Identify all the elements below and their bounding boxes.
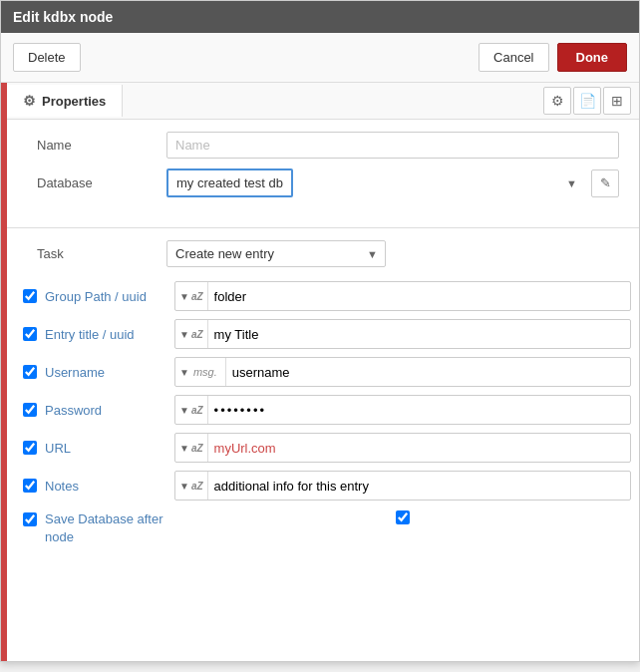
field-rows: Group Path / uuid▼aZEntry title / uuid▼a… — [7, 281, 639, 501]
field-checkbox-entry-title[interactable] — [23, 327, 37, 341]
database-row: Database my created test db ▼ ✎ — [27, 168, 619, 197]
save-database-row: Save Database after node — [7, 510, 639, 546]
tab-properties[interactable]: ⚙ Properties — [7, 85, 123, 117]
field-value-entry-title: ▼aZ — [174, 319, 631, 349]
field-value-password: ▼aZ — [174, 395, 631, 425]
field-input-wrapper-notes: ▼aZ — [174, 471, 631, 501]
name-label: Name — [27, 138, 166, 153]
task-select[interactable]: Create new entry — [166, 240, 386, 267]
main-content: ⚙ Properties ⚙ 📄 ⊞ Name — [7, 83, 639, 661]
field-row-notes: Notes▼aZ — [7, 471, 639, 501]
az-type-icon: aZ — [191, 405, 203, 416]
done-button[interactable]: Done — [557, 43, 628, 72]
delete-button[interactable]: Delete — [13, 43, 81, 72]
field-type-toggle-url[interactable]: ▼aZ — [175, 434, 208, 462]
field-type-toggle-password[interactable]: ▼aZ — [175, 396, 208, 424]
field-label-notes: Notes — [45, 479, 174, 494]
main-window: Edit kdbx node Delete Cancel Done ⚙ Prop… — [0, 0, 640, 662]
database-control: my created test db ▼ ✎ — [166, 168, 619, 197]
field-type-toggle-entry-title[interactable]: ▼aZ — [175, 320, 208, 348]
field-value-username: ▼msg. — [174, 357, 631, 387]
tab-header: ⚙ Properties ⚙ 📄 ⊞ — [7, 83, 639, 120]
az-type-icon: aZ — [191, 443, 203, 454]
field-row-username: Username▼msg. — [7, 357, 639, 387]
field-row-entry-title: Entry title / uuid▼aZ — [7, 319, 639, 349]
field-input-wrapper-url: ▼aZ — [174, 433, 631, 463]
save-database-value — [174, 510, 631, 524]
tab-label: Properties — [42, 94, 106, 109]
section-divider — [7, 227, 639, 228]
field-checkbox-username[interactable] — [23, 365, 37, 379]
field-text-input-group-path[interactable] — [208, 285, 630, 308]
field-checkbox-password[interactable] — [23, 403, 37, 417]
chevron-icon: ▼ — [179, 405, 189, 416]
settings-tab-icon: ⚙ — [23, 93, 36, 109]
database-select-arrow: ▼ — [566, 177, 577, 189]
field-value-notes: ▼aZ — [174, 471, 631, 501]
field-text-input-password[interactable] — [208, 399, 630, 422]
name-control — [166, 132, 619, 159]
field-type-toggle-notes[interactable]: ▼aZ — [175, 472, 208, 500]
document-icon-btn[interactable]: 📄 — [573, 87, 601, 115]
field-text-input-url[interactable] — [208, 437, 630, 460]
toolbar: Delete Cancel Done — [1, 33, 639, 83]
field-text-input-notes[interactable] — [208, 475, 630, 498]
field-input-wrapper-username: ▼msg. — [174, 357, 631, 387]
field-row-group-path: Group Path / uuid▼aZ — [7, 281, 639, 311]
field-label-entry-title: Entry title / uuid — [45, 327, 174, 342]
content-area: ⚙ Properties ⚙ 📄 ⊞ Name — [1, 83, 639, 661]
title-bar: Edit kdbx node — [1, 1, 639, 33]
field-checkbox-notes[interactable] — [23, 479, 37, 493]
tab-icon-group: ⚙ 📄 ⊞ — [535, 83, 639, 119]
field-row-password: Password▼aZ — [7, 395, 639, 425]
cancel-button[interactable]: Cancel — [479, 43, 548, 72]
chevron-icon: ▼ — [179, 291, 189, 302]
field-label-url: URL — [45, 441, 174, 456]
field-text-input-username[interactable] — [226, 361, 630, 384]
toolbar-right: Cancel Done — [479, 43, 627, 72]
task-label: Task — [27, 246, 166, 261]
database-select[interactable]: my created test db — [166, 168, 293, 197]
save-database-checkbox[interactable] — [23, 512, 37, 526]
save-database-label: Save Database after node — [45, 510, 174, 546]
field-label-group-path: Group Path / uuid — [45, 289, 174, 304]
gear-icon-btn[interactable]: ⚙ — [543, 87, 571, 115]
task-control: Create new entry ▼ — [166, 240, 386, 267]
chevron-icon: ▼ — [179, 367, 189, 378]
field-value-group-path: ▼aZ — [174, 281, 631, 311]
field-input-wrapper-group-path: ▼aZ — [174, 281, 631, 311]
field-text-input-entry-title[interactable] — [208, 323, 630, 346]
save-database-value-checkbox[interactable] — [396, 510, 410, 524]
field-input-wrapper-password: ▼aZ — [174, 395, 631, 425]
field-checkbox-group-path[interactable] — [23, 289, 37, 303]
chevron-icon: ▼ — [179, 481, 189, 492]
az-type-icon: aZ — [191, 291, 203, 302]
field-row-url: URL▼aZ — [7, 433, 639, 463]
grid-icon-btn[interactable]: ⊞ — [603, 87, 631, 115]
field-label-password: Password — [45, 403, 174, 418]
form-section: Name Database my created test db ▼ — [7, 120, 639, 219]
chevron-icon: ▼ — [179, 329, 189, 340]
field-value-url: ▼aZ — [174, 433, 631, 463]
name-row: Name — [27, 132, 619, 159]
field-checkbox-url[interactable] — [23, 441, 37, 455]
name-input[interactable] — [166, 132, 619, 159]
field-type-toggle-username[interactable]: ▼msg. — [175, 358, 226, 386]
chevron-icon: ▼ — [179, 443, 189, 454]
msg-type-icon: msg. — [191, 362, 221, 382]
az-type-icon: aZ — [191, 481, 203, 492]
task-row: Task Create new entry ▼ — [7, 240, 639, 267]
window-title: Edit kdbx node — [13, 9, 113, 25]
database-label: Database — [27, 175, 166, 190]
field-type-toggle-group-path[interactable]: ▼aZ — [175, 282, 208, 310]
az-type-icon: aZ — [191, 329, 203, 340]
database-edit-button[interactable]: ✎ — [591, 169, 619, 197]
field-label-username: Username — [45, 365, 174, 380]
field-input-wrapper-entry-title: ▼aZ — [174, 319, 631, 349]
